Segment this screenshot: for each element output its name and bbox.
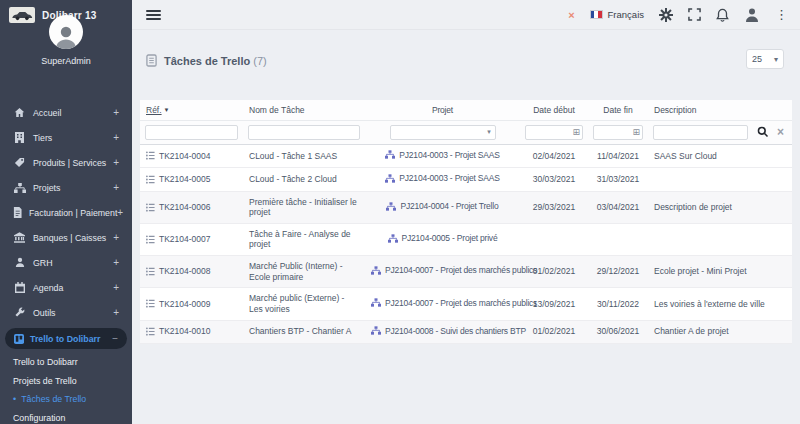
column-header-start[interactable]: Date début	[520, 100, 588, 120]
project-link[interactable]: PJ2104-0007 - Projet des marchés publics	[371, 298, 537, 309]
table-row: TK2104-0010 Chantiers BTP - Chantier A P…	[140, 321, 792, 344]
search-icon[interactable]	[757, 126, 769, 138]
expand-icon[interactable]: +	[113, 282, 119, 293]
expand-icon[interactable]: +	[113, 182, 119, 193]
submenu-projets-de-trello[interactable]: Projets de Trello	[0, 372, 132, 391]
task-description	[648, 234, 792, 244]
french-flag-icon	[590, 10, 603, 19]
date-start: 30/03/2021	[520, 169, 588, 190]
task-description: SAAS Sur Cloud	[648, 146, 792, 167]
collapse-icon[interactable]: −	[112, 333, 118, 344]
sidebar-item-outils[interactable]: Outils +	[0, 300, 132, 325]
task-ref-link[interactable]: TK2104-0009	[146, 299, 237, 310]
task-name: Chantiers BTP - Chantier A	[243, 321, 365, 342]
project-sitemap-icon	[371, 326, 381, 335]
task-ref-link[interactable]: TK2104-0008	[146, 266, 237, 277]
page-title-document-icon	[146, 54, 157, 67]
table-body: TK2104-0004 CLoud - Tâche 1 SAAS PJ2104-…	[140, 145, 792, 344]
sidebar-item-projets[interactable]: Projets +	[0, 175, 132, 200]
column-header-ref[interactable]: Réf.▼	[140, 100, 243, 120]
expand-icon[interactable]: +	[113, 157, 119, 168]
project-link[interactable]: PJ2104-0005 - Projet privé	[388, 233, 498, 244]
sidebar-item-banques[interactable]: Banques | Caisses +	[0, 225, 132, 250]
user-avatar[interactable]	[744, 7, 760, 23]
hamburger-menu-icon[interactable]	[146, 8, 161, 22]
wrench-icon	[13, 307, 26, 318]
date-end: 30/06/2021	[588, 321, 648, 342]
expand-icon[interactable]: +	[113, 257, 119, 268]
sidebar-item-agenda[interactable]: Agenda +	[0, 275, 132, 300]
filter-project-select[interactable]: ▾	[390, 125, 496, 140]
calendar-picker-icon[interactable]: ⊞	[632, 128, 640, 137]
task-list-icon	[146, 299, 155, 308]
language-selector[interactable]: Français	[590, 9, 644, 20]
project-link[interactable]: PJ2104-0003 - Projet SAAS	[385, 150, 499, 161]
page-size-select[interactable]: 25 ▾	[746, 49, 784, 69]
date-end: 31/03/2021	[588, 169, 648, 190]
sidebar-item-produits-services[interactable]: Produits | Services +	[0, 150, 132, 175]
chevron-down-icon: ▾	[774, 55, 778, 64]
kebab-menu-icon[interactable]: ⋮	[775, 7, 788, 22]
date-end: 11/04/2021	[588, 146, 648, 167]
project-sitemap-icon	[371, 298, 381, 307]
record-count: (7)	[253, 55, 266, 67]
filter-ref-input[interactable]	[145, 125, 238, 140]
project-sitemap-icon	[388, 234, 398, 243]
column-header-project[interactable]: Projet	[365, 100, 520, 120]
column-header-desc[interactable]: Description	[648, 100, 792, 120]
sidebar-item-facturation[interactable]: Facturation | Paiement +	[0, 200, 132, 225]
expand-icon[interactable]: +	[117, 207, 123, 218]
project-link[interactable]: PJ2104-0004 - Projet Trello	[386, 201, 498, 212]
task-ref-link[interactable]: TK2104-0010	[146, 326, 237, 337]
task-list-icon	[146, 235, 155, 244]
task-ref-link[interactable]: TK2104-0006	[146, 202, 237, 213]
sidebar-item-grh[interactable]: GRH +	[0, 250, 132, 275]
table-row: TK2104-0008 Marché Public (Interne) - Ec…	[140, 256, 792, 288]
task-list-icon	[146, 267, 155, 276]
trello-submenu: Trello to Dolibarr Projets de Trello • T…	[0, 353, 132, 424]
sidebar-item-trello-to-dolibarr[interactable]: Trello to Dolibarr −	[5, 328, 127, 349]
user-panel: SuperAdmin	[0, 15, 132, 66]
sort-desc-icon: ▼	[164, 107, 170, 113]
fullscreen-icon[interactable]	[688, 8, 701, 21]
task-ref-link[interactable]: TK2104-0004	[146, 151, 237, 162]
filter-desc-input[interactable]	[653, 125, 748, 140]
task-ref-link[interactable]: TK2104-0007	[146, 234, 237, 245]
date-start: 13/09/2021	[520, 294, 588, 315]
date-start: 01/02/2021	[520, 321, 588, 342]
calendar-picker-icon[interactable]: ⊞	[572, 128, 580, 137]
expand-icon[interactable]: +	[113, 232, 119, 243]
submenu-configuration[interactable]: Configuration	[0, 409, 132, 424]
close-icon[interactable]: ×	[568, 9, 574, 21]
expand-icon[interactable]: +	[113, 307, 119, 318]
expand-icon[interactable]: +	[113, 107, 119, 118]
date-end	[588, 234, 648, 244]
task-ref-link[interactable]: TK2104-0005	[146, 174, 237, 185]
project-link[interactable]: PJ2104-0007 - Projet des marchés publics	[371, 265, 537, 276]
column-header-name[interactable]: Nom de Tâche	[243, 100, 365, 120]
project-sitemap-icon	[386, 202, 396, 211]
submenu-trello-to-dolibarr[interactable]: Trello to Dolibarr	[0, 353, 132, 372]
expand-icon[interactable]: +	[113, 132, 119, 143]
sidebar-item-tiers[interactable]: Tiers +	[0, 125, 132, 150]
date-start: 01/02/2021	[520, 261, 588, 282]
submenu-taches-de-trello[interactable]: • Tâches de Trello	[0, 390, 132, 409]
bullet-icon: •	[13, 394, 16, 404]
clear-filters-icon[interactable]: ×	[777, 126, 784, 138]
date-end: 03/04/2021	[588, 197, 648, 218]
settings-gear-icon[interactable]	[659, 8, 673, 22]
project-link[interactable]: PJ2104-0003 - Projet SAAS	[385, 173, 499, 184]
table-row: TK2104-0006 Première tâche - Initialiser…	[140, 192, 792, 224]
project-sitemap-icon	[371, 266, 381, 275]
task-name: Marché public (Externe) - Les voiries	[243, 288, 365, 319]
filter-name-input[interactable]	[248, 125, 360, 140]
sitemap-icon	[13, 183, 26, 193]
task-list-icon	[146, 327, 155, 336]
tasks-table: Réf.▼ Nom de Tâche Projet Date début Dat…	[140, 100, 792, 344]
building-icon	[13, 132, 26, 143]
project-link[interactable]: PJ2104-0008 - Suivi des chantiers BTP	[371, 326, 526, 337]
task-description: Ecole projet - Mini Projet	[648, 261, 792, 282]
sidebar-item-accueil[interactable]: Accueil +	[0, 100, 132, 125]
notifications-bell-icon[interactable]	[716, 8, 729, 22]
column-header-end[interactable]: Date fin	[588, 100, 648, 120]
